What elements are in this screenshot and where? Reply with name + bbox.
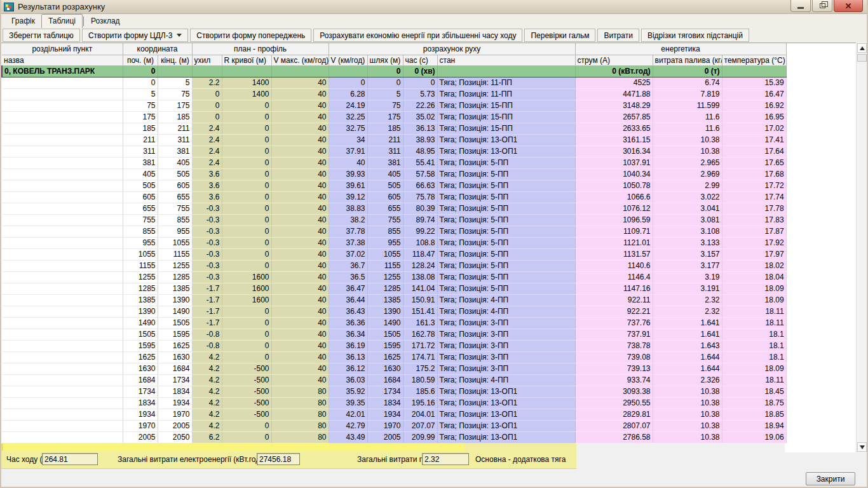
table-row[interactable]: 57501400406.2855.73Тяга; Позиція: 11-ПП4…	[2, 88, 786, 100]
cell[interactable]: 655	[158, 191, 192, 203]
cell[interactable]: -0.3	[192, 214, 222, 226]
cell[interactable]: 40	[271, 237, 329, 248]
table-row[interactable]: 162516304.204036.131625174.71Тяга; Позиц…	[2, 351, 786, 363]
table-row[interactable]: 15951625-0.804036.191595171.72Тяга; Пози…	[2, 340, 786, 351]
cell[interactable]: 1066.6	[575, 191, 653, 203]
cell[interactable]: 1600	[222, 294, 271, 306]
cell[interactable]: 1155	[158, 248, 192, 260]
cell[interactable]	[2, 317, 123, 329]
cell[interactable]: Тяга; Позиція: 13-ОП1	[437, 146, 575, 157]
cell[interactable]: Тяга; Позиція: 13-ОП1	[437, 420, 575, 431]
cell[interactable]: -1.7	[192, 294, 222, 306]
cell[interactable]	[2, 237, 123, 248]
cell[interactable]: 405	[367, 168, 403, 180]
cell[interactable]: 211	[123, 134, 158, 146]
cell[interactable]: -500	[222, 386, 271, 397]
cell[interactable]	[2, 123, 123, 134]
cell[interactable]: 1834	[367, 397, 403, 409]
cell[interactable]: 0	[222, 111, 271, 123]
cell[interactable]: 204.01	[403, 409, 437, 420]
cell[interactable]: 40	[271, 123, 329, 134]
cell[interactable]: 80.39	[403, 203, 437, 214]
cell[interactable]: 1385	[367, 294, 403, 306]
cell[interactable]: 128.24	[403, 260, 437, 271]
cell[interactable]	[192, 65, 222, 77]
cell[interactable]: 40	[271, 248, 329, 260]
cell[interactable]: 18.75	[722, 397, 786, 409]
cell[interactable]: Тяга; Позиція: 11-ПП	[437, 77, 575, 88]
cell[interactable]: Тяга; Позиція: 3-ПП	[437, 329, 575, 340]
cell[interactable]: 32.25	[329, 111, 367, 123]
cell[interactable]: 18.09	[722, 294, 786, 306]
cell[interactable]: 16.92	[722, 100, 786, 111]
cell[interactable]: 22.26	[403, 100, 437, 111]
cell[interactable]: -0.3	[192, 260, 222, 271]
cell[interactable]: 4.2	[192, 420, 222, 431]
cell[interactable]: 738.78	[575, 340, 653, 351]
table-row[interactable]: 655755-0.304038.8365580.39Тяга; Позиція:…	[2, 203, 786, 214]
cell[interactable]	[2, 146, 123, 157]
cell[interactable]: 2762.09	[575, 443, 653, 444]
cell[interactable]: 0	[222, 431, 271, 443]
cell[interactable]: 1684	[123, 374, 158, 386]
cell[interactable]: 17.68	[722, 168, 786, 180]
table-row[interactable]: 197020054.208042.791970207.07Тяга; Позиц…	[2, 420, 786, 431]
cell[interactable]: 36.19	[329, 340, 367, 351]
cell[interactable]: 40	[271, 306, 329, 317]
cell[interactable]: Тяга; Позиція: 5-ПП	[437, 226, 575, 237]
cell[interactable]: 0 (кВт.год)	[575, 65, 653, 77]
cell[interactable]: 185	[123, 123, 158, 134]
cell[interactable]: 3.108	[653, 226, 722, 237]
cell[interactable]: 3.19	[653, 271, 722, 283]
cell[interactable]: 40	[271, 168, 329, 180]
cell[interactable]: 42.01	[329, 409, 367, 420]
table-row[interactable]: 4055053.604039.9340557.58Тяга; Позиція: …	[2, 168, 786, 180]
v-scrollbar[interactable]	[856, 43, 867, 452]
cell[interactable]: 0	[222, 146, 271, 157]
table-row[interactable]: 5056053.604039.6150566.63Тяга; Позиція: …	[2, 180, 786, 191]
cell[interactable]: 1109.71	[575, 226, 653, 237]
cell[interactable]: 18.11	[722, 317, 786, 329]
cell[interactable]: Тяга; Позиція: 15-ПП	[437, 123, 575, 134]
cell[interactable]	[2, 77, 123, 88]
calc-energy-saving-button[interactable]: Розрахувати економію енергії при збільше…	[313, 29, 522, 42]
tab-tablytsi[interactable]: Таблиці	[41, 14, 83, 28]
cell[interactable]: 15.39	[722, 77, 786, 88]
cell[interactable]: 151.41	[403, 306, 437, 317]
brake-checks-button[interactable]: Перевірки гальм	[524, 29, 595, 42]
cell[interactable]: 5	[123, 88, 158, 100]
cell[interactable]: 655	[367, 203, 403, 214]
cell[interactable]: 0	[222, 100, 271, 111]
cell[interactable]: 40	[329, 157, 367, 168]
cell[interactable]: 40	[271, 260, 329, 271]
cell[interactable]: 0	[222, 191, 271, 203]
cell[interactable]: 0	[222, 123, 271, 134]
cell[interactable]: 40	[271, 214, 329, 226]
cell[interactable]: 11.6	[653, 123, 722, 134]
cell[interactable]: 18.1	[722, 351, 786, 363]
cell[interactable]: 1630	[367, 363, 403, 374]
cell[interactable]: Тяга; Позиція: 5-ПП	[437, 271, 575, 283]
cell[interactable]: 40	[271, 180, 329, 191]
cell[interactable]	[2, 386, 123, 397]
cell[interactable]: 0	[403, 77, 437, 88]
cell[interactable]: 36.36	[329, 317, 367, 329]
cell[interactable]: 38.93	[403, 134, 437, 146]
cell[interactable]: Тяга; Позиція: 13-ОП1	[437, 431, 575, 443]
table-row[interactable]: 75175004024.197522.26Тяга; Позиція: 15-П…	[2, 100, 786, 111]
cell[interactable]: 381	[158, 146, 192, 157]
cell[interactable]: 0	[329, 77, 367, 88]
table-row[interactable]: 9551055-0.304037.38955108.8Тяга; Позиція…	[2, 237, 786, 248]
cell[interactable]: 18.11	[722, 306, 786, 317]
cell[interactable]: 3.191	[653, 283, 722, 294]
cell[interactable]: 1490	[158, 306, 192, 317]
cell[interactable]: 0	[222, 317, 271, 329]
cell[interactable]	[2, 340, 123, 351]
cell[interactable]: 1684	[158, 363, 192, 374]
cell[interactable]: 4.2	[192, 397, 222, 409]
cell[interactable]: 175	[367, 111, 403, 123]
cell[interactable]: Тяга; Позиція: 5-ПП	[437, 248, 575, 260]
table-row[interactable]: 11551255-0.304036.71155128.24Тяга; Позиц…	[2, 260, 786, 271]
table-row[interactable]: 183419344.2-5008039.351834195.16Тяга; По…	[2, 397, 786, 409]
cell[interactable]: Тяга; Позиція: 4-ПП	[437, 294, 575, 306]
